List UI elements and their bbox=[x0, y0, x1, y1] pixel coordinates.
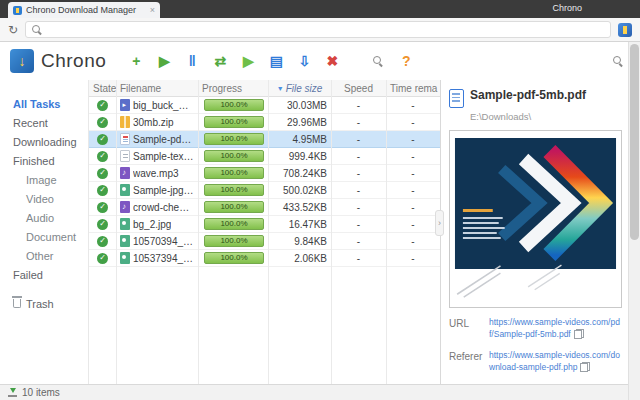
speed-cell: - bbox=[331, 131, 386, 147]
sidebar-item-all-tasks[interactable]: All Tasks bbox=[0, 94, 88, 113]
column-header-size[interactable]: ▼File size bbox=[268, 80, 331, 96]
time-remaining-cell: - bbox=[386, 199, 440, 215]
retry-button[interactable]: ⇄ bbox=[208, 49, 232, 73]
help-button[interactable]: ? bbox=[394, 49, 418, 73]
time-remaining-text: - bbox=[411, 117, 414, 128]
delete-button[interactable]: ✖ bbox=[320, 49, 344, 73]
filter-button[interactable] bbox=[366, 49, 390, 73]
column-header-time[interactable]: Time rema bbox=[386, 80, 440, 96]
tab-title: Chrono Download Manager bbox=[26, 5, 146, 15]
archive-file-icon bbox=[120, 116, 130, 128]
video-file-icon bbox=[120, 99, 130, 111]
filename-cell: Sample-text-fi...txt bbox=[116, 148, 198, 164]
download-row[interactable]: ✓Sample-jpg-i...jpg100.0%500.02KB-- bbox=[89, 182, 440, 199]
state-cell: ✓ bbox=[89, 148, 116, 164]
pdf-file-icon bbox=[120, 133, 130, 145]
field-link[interactable]: https://www.sample-videos.com/download-s… bbox=[489, 350, 620, 372]
resume-button[interactable]: ▶ bbox=[152, 49, 176, 73]
copy-icon[interactable] bbox=[574, 329, 584, 339]
tab-close-icon[interactable]: × bbox=[150, 6, 155, 15]
speed-text: - bbox=[357, 236, 360, 247]
vertical-scrollbar[interactable] bbox=[628, 42, 640, 400]
filename-text: crowd-chee...mp3 bbox=[133, 202, 194, 213]
filename-cell: Sample-pdf-...pdf bbox=[116, 131, 198, 147]
browser-tab[interactable]: Chrono Download Manager × bbox=[8, 2, 160, 18]
browser-navbar: ↻ bbox=[0, 18, 640, 42]
sidebar-item-failed[interactable]: Failed bbox=[0, 265, 88, 284]
filename-cell: Sample-jpg-i...jpg bbox=[116, 182, 198, 198]
filename-cell: crowd-chee...mp3 bbox=[116, 199, 198, 215]
column-header-state[interactable]: State bbox=[89, 80, 116, 96]
scrollbar-thumb[interactable] bbox=[630, 44, 639, 240]
download-row[interactable]: ✓30mb.zip100.0%29.96MB-- bbox=[89, 114, 440, 131]
sidebar-item-finished[interactable]: Finished bbox=[0, 151, 88, 170]
sidebar-item-label: Failed bbox=[13, 269, 43, 281]
progress-cell: 100.0% bbox=[198, 199, 268, 215]
time-remaining-cell: - bbox=[386, 148, 440, 164]
copy-icon[interactable] bbox=[580, 362, 590, 372]
task-library-button[interactable]: ▤ bbox=[264, 49, 288, 73]
sidebar-item-other[interactable]: Other bbox=[0, 246, 88, 265]
download-row[interactable]: ✓big_buck_b....mp4100.0%30.03MB-- bbox=[89, 97, 440, 114]
browser-titlebar: Chrono Download Manager × Chrono bbox=[0, 0, 640, 18]
filename-cell: 30mb.zip bbox=[116, 114, 198, 130]
state-cell: ✓ bbox=[89, 165, 116, 181]
file-size-text: 4.95MB bbox=[293, 134, 327, 145]
state-cell: ✓ bbox=[89, 114, 116, 130]
sidebar-item-trash[interactable]: Trash bbox=[0, 294, 88, 313]
sidebar-item-downloading[interactable]: Downloading bbox=[0, 132, 88, 151]
download-row[interactable]: ✓Sample-pdf-...pdf100.0%4.95MB-- bbox=[89, 131, 440, 148]
progress-text: 100.0% bbox=[220, 169, 247, 177]
state-cell: ✓ bbox=[89, 182, 116, 198]
collapse-panel-handle[interactable]: › bbox=[435, 210, 444, 236]
column-header-filename[interactable]: Filename bbox=[116, 80, 198, 96]
app-body: All TasksRecentDownloadingFinishedImageV… bbox=[0, 80, 640, 384]
address-input[interactable] bbox=[47, 24, 604, 35]
sort-indicator-icon: ▼ bbox=[277, 85, 284, 92]
progress-text: 100.0% bbox=[220, 118, 247, 126]
time-remaining-cell: - bbox=[386, 233, 440, 249]
file-size-text: 9.84KB bbox=[294, 236, 327, 247]
chrono-extension-icon[interactable] bbox=[618, 23, 632, 37]
column-label: Progress bbox=[202, 83, 242, 94]
speed-cell: - bbox=[331, 233, 386, 249]
download-row[interactable]: ✓crowd-chee...mp3100.0%433.52KB-- bbox=[89, 199, 440, 216]
download-row[interactable]: ✓Sample-text-fi...txt100.0%999.4KB-- bbox=[89, 148, 440, 165]
sidebar-item-image[interactable]: Image bbox=[0, 170, 88, 189]
column-label: State bbox=[93, 83, 116, 94]
download-row[interactable]: ✓wave.mp3100.0%708.24KB-- bbox=[89, 165, 440, 182]
sidebar-item-label: All Tasks bbox=[13, 98, 61, 110]
address-bar[interactable] bbox=[25, 21, 611, 38]
resume-all-button[interactable]: ▶ bbox=[236, 49, 260, 73]
download-row[interactable]: ✓10537394_6...png100.0%2.06KB-- bbox=[89, 250, 440, 267]
download-complete-icon: ✓ bbox=[97, 185, 108, 196]
speed-cell: - bbox=[331, 148, 386, 164]
time-remaining-cell: - bbox=[386, 97, 440, 113]
sidebar-item-video[interactable]: Video bbox=[0, 189, 88, 208]
download-row[interactable]: ✓bg_2.jpg100.0%16.47KB-- bbox=[89, 216, 440, 233]
sidebar-item-audio[interactable]: Audio bbox=[0, 208, 88, 227]
file-size-cell: 16.47KB bbox=[268, 216, 331, 232]
time-remaining-cell: - bbox=[386, 182, 440, 198]
time-remaining-text: - bbox=[411, 202, 414, 213]
speed-cell: - bbox=[331, 182, 386, 198]
progress-text: 100.0% bbox=[220, 152, 247, 160]
speed-cell: - bbox=[331, 216, 386, 232]
download-row[interactable]: ✓10570394_6...jpg100.0%9.84KB-- bbox=[89, 233, 440, 250]
reload-icon[interactable]: ↻ bbox=[8, 24, 18, 36]
column-header-speed[interactable]: Speed bbox=[331, 80, 386, 96]
sidebar-item-document[interactable]: Document bbox=[0, 227, 88, 246]
progress-bar: 100.0% bbox=[204, 235, 264, 247]
details-panel: › Sample-pdf-5mb.pdf E:\Downloads\ bbox=[440, 80, 640, 384]
add-task-button[interactable]: + bbox=[124, 49, 148, 73]
progress-cell: 100.0% bbox=[198, 233, 268, 249]
search-icon bbox=[613, 56, 623, 66]
details-header: Sample-pdf-5mb.pdf bbox=[449, 88, 622, 108]
field-link[interactable]: https://www.sample-videos.com/pdf/Sample… bbox=[489, 317, 620, 339]
export-button[interactable]: ⇩ bbox=[292, 49, 316, 73]
column-header-progress[interactable]: Progress bbox=[198, 80, 268, 96]
sidebar-item-recent[interactable]: Recent bbox=[0, 113, 88, 132]
items-count: 10 items bbox=[22, 387, 60, 398]
pause-button[interactable]: ‖ bbox=[180, 49, 204, 73]
search-button[interactable] bbox=[606, 49, 630, 73]
